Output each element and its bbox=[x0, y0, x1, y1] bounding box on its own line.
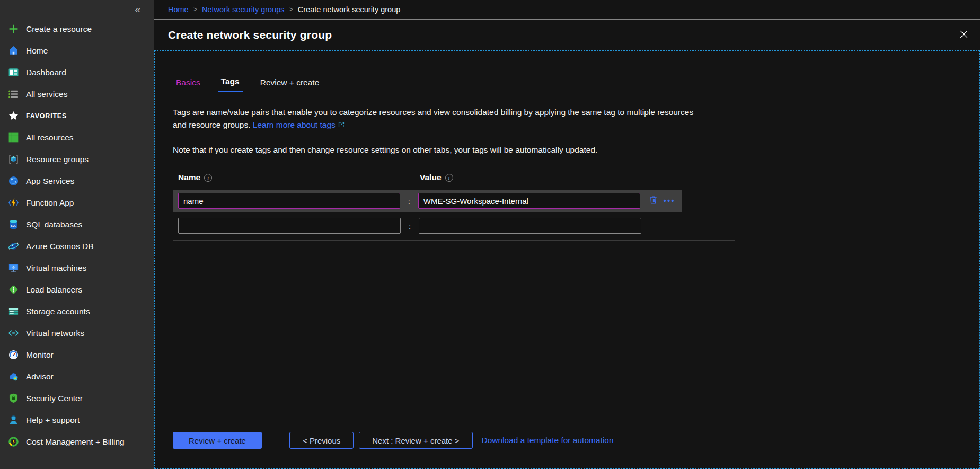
breadcrumb-item-home[interactable]: Home bbox=[168, 5, 189, 14]
sidebar-item-storage-accounts[interactable]: Storage accounts bbox=[0, 300, 154, 322]
sidebar-item-app-services[interactable]: App Services bbox=[0, 170, 154, 192]
sidebar-item-label: SQL databases bbox=[26, 220, 82, 229]
sidebar: « Create a resourceHomeDashboardAll serv… bbox=[0, 0, 154, 469]
network-icon bbox=[8, 328, 19, 339]
name-column-header: Name bbox=[178, 173, 200, 182]
sidebar-item-label: Virtual networks bbox=[26, 329, 84, 338]
wizard-footer: Review + create < Previous Next : Review… bbox=[155, 417, 979, 468]
svg-text:SQL: SQL bbox=[11, 225, 16, 227]
sidebar-item-label: App Services bbox=[26, 176, 74, 186]
sidebar-item-label: Load balancers bbox=[26, 285, 82, 295]
more-options-icon[interactable]: ••• bbox=[663, 196, 676, 206]
tag-value-input[interactable] bbox=[418, 193, 640, 209]
tags-table: Name i Value i : bbox=[173, 173, 979, 241]
colon-separator: : bbox=[401, 222, 419, 231]
sidebar-item-monitor[interactable]: Monitor bbox=[0, 344, 154, 366]
main-area: Home>Network security groups>Create netw… bbox=[154, 0, 980, 469]
gauge-icon bbox=[8, 349, 19, 360]
monitor-icon bbox=[8, 262, 19, 273]
sidebar-item-azure-cosmos-db[interactable]: Azure Cosmos DB bbox=[0, 235, 154, 257]
tab-bar: BasicsTagsReview + create bbox=[173, 76, 979, 92]
azure-portal: « Create a resourceHomeDashboardAll serv… bbox=[0, 0, 980, 469]
breadcrumb-separator: > bbox=[289, 6, 293, 13]
tag-name-input[interactable] bbox=[178, 193, 400, 209]
divider bbox=[80, 116, 147, 116]
sidebar-item-advisor[interactable]: Advisor bbox=[0, 366, 154, 387]
sidebar-item-label: Help + support bbox=[26, 415, 80, 425]
tag-name-input[interactable] bbox=[178, 218, 401, 234]
sidebar-collapse-row: « bbox=[0, 0, 154, 18]
database-icon: SQL bbox=[8, 219, 19, 230]
sidebar-item-label: Resource groups bbox=[26, 155, 89, 164]
close-button[interactable] bbox=[956, 26, 972, 43]
sidebar-item-label: Function App bbox=[26, 198, 74, 208]
tab-review-create[interactable]: Review + create bbox=[257, 76, 323, 92]
sidebar-item-dashboard[interactable]: Dashboard bbox=[0, 61, 154, 83]
advisor-icon bbox=[8, 371, 19, 382]
breadcrumb: Home>Network security groups>Create netw… bbox=[154, 0, 980, 20]
review-create-button[interactable]: Review + create bbox=[173, 432, 262, 449]
external-link-icon bbox=[338, 119, 345, 132]
sidebar-item-label: Azure Cosmos DB bbox=[26, 242, 93, 251]
title-bar: Create network security group bbox=[154, 20, 980, 50]
sidebar-nav: Create a resourceHomeDashboardAll servic… bbox=[0, 18, 154, 453]
sidebar-item-all-resources[interactable]: All resources bbox=[0, 127, 154, 148]
sidebar-item-label: Virtual machines bbox=[26, 263, 86, 273]
globe-icon bbox=[8, 175, 19, 187]
sidebar-item-label: Security Center bbox=[26, 394, 83, 403]
sidebar-collapse-icon[interactable]: « bbox=[131, 4, 144, 15]
sidebar-item-label: Cost Management + Billing bbox=[26, 437, 125, 447]
sidebar-item-label: All services bbox=[26, 90, 67, 99]
download-template-link[interactable]: Download a template for automation bbox=[482, 436, 614, 445]
trash-icon bbox=[648, 195, 658, 207]
support-icon bbox=[8, 414, 19, 426]
page-title: Create network security group bbox=[168, 29, 332, 41]
lightning-icon bbox=[8, 197, 19, 208]
create-nsg-panel: BasicsTagsReview + create Tags are name/… bbox=[154, 50, 980, 469]
tab-basics[interactable]: Basics bbox=[173, 76, 204, 92]
breadcrumb-item-network-security-groups[interactable]: Network security groups bbox=[202, 5, 285, 14]
plus-icon bbox=[8, 23, 19, 34]
sidebar-item-label: Monitor bbox=[26, 350, 54, 360]
value-column-header: Value bbox=[420, 173, 442, 182]
learn-more-link[interactable]: Learn more about tags bbox=[253, 120, 345, 129]
previous-button[interactable]: < Previous bbox=[289, 432, 354, 449]
cube-icon bbox=[8, 154, 19, 165]
sidebar-item-cost-management-billing[interactable]: $Cost Management + Billing bbox=[0, 431, 154, 453]
next-button[interactable]: Next : Review + create > bbox=[359, 432, 472, 449]
tab-tags[interactable]: Tags bbox=[218, 76, 243, 92]
sidebar-item-create-a-resource[interactable]: Create a resource bbox=[0, 18, 154, 40]
sidebar-item-virtual-networks[interactable]: Virtual networks bbox=[0, 322, 154, 344]
tags-table-header: Name i Value i bbox=[173, 173, 979, 182]
info-icon[interactable]: i bbox=[204, 174, 212, 182]
close-icon bbox=[959, 30, 968, 40]
sidebar-item-label: Home bbox=[26, 46, 48, 56]
sidebar-item-function-app[interactable]: Function App bbox=[0, 192, 154, 214]
sidebar-item-help-support[interactable]: Help + support bbox=[0, 409, 154, 431]
all-services-icon bbox=[8, 89, 19, 100]
breadcrumb-separator: > bbox=[193, 6, 197, 13]
tags-note-text: Note that if you create tags and then ch… bbox=[173, 144, 708, 156]
delete-tag-button[interactable] bbox=[647, 194, 659, 208]
sidebar-item-load-balancers[interactable]: Load balancers bbox=[0, 279, 154, 300]
panel-body: BasicsTagsReview + create Tags are name/… bbox=[155, 51, 979, 417]
home-icon bbox=[8, 45, 19, 56]
sidebar-item-home[interactable]: Home bbox=[0, 40, 154, 61]
tags-intro-text: Tags are name/value pairs that enable yo… bbox=[173, 106, 695, 132]
sidebar-item-virtual-machines[interactable]: Virtual machines bbox=[0, 257, 154, 279]
divider bbox=[173, 240, 735, 241]
sidebar-item-sql-databases[interactable]: SQLSQL databases bbox=[0, 214, 154, 235]
svg-text:$: $ bbox=[13, 440, 15, 444]
sidebar-item-all-services[interactable]: All services bbox=[0, 83, 154, 105]
learn-more-label: Learn more about tags bbox=[253, 120, 336, 129]
colon-separator: : bbox=[400, 197, 418, 206]
planet-icon bbox=[8, 241, 19, 252]
sidebar-item-label: Advisor bbox=[26, 372, 54, 382]
tag-row: : bbox=[173, 215, 682, 237]
info-icon[interactable]: i bbox=[445, 174, 453, 182]
billing-icon: $ bbox=[8, 436, 19, 447]
sidebar-item-resource-groups[interactable]: Resource groups bbox=[0, 148, 154, 170]
sidebar-item-label: Dashboard bbox=[26, 68, 66, 77]
tag-value-input[interactable] bbox=[419, 218, 641, 234]
sidebar-item-security-center[interactable]: Security Center bbox=[0, 387, 154, 409]
